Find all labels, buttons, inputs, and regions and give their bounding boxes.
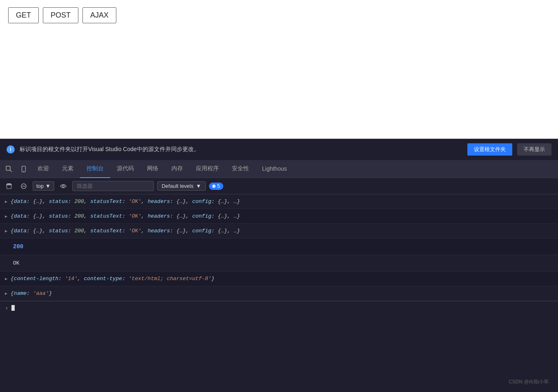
console-row-1[interactable]: ▶ {data: {…}, status: 200, statusText: '… [0, 194, 558, 209]
console-input-row[interactable]: › [0, 301, 558, 314]
console-value-3: {data: {…}, status: 200, statusText: 'OK… [11, 228, 240, 234]
console-value-7: {name: 'aaa'} [11, 290, 52, 296]
frame-selector-label: top [36, 183, 44, 189]
inspect-icon[interactable] [2, 162, 16, 176]
devtools-tabs: 欢迎 元素 控制台 源代码 网络 内存 应用程序 安全性 Lighthous [0, 160, 558, 178]
badge-dot [212, 185, 216, 188]
tab-welcome[interactable]: 欢迎 [31, 160, 56, 178]
filter-input[interactable] [72, 181, 154, 191]
tab-network[interactable]: 网络 [140, 160, 165, 178]
expand-arrow-7[interactable]: ▶ [5, 291, 7, 296]
console-row-6[interactable]: ▶ {content-length: '14', content-type: '… [0, 272, 558, 286]
console-value-2: {data: {…}, status: 200, statusText: 'OK… [11, 213, 240, 219]
post-button[interactable]: POST [43, 7, 78, 23]
console-row-2[interactable]: ▶ {data: {…}, status: 200, statusText: '… [0, 209, 558, 224]
console-row-5[interactable]: OK [0, 255, 558, 272]
devtools-panel: 欢迎 元素 控制台 源代码 网络 内存 应用程序 安全性 Lighthous t… [0, 160, 558, 392]
tab-elements[interactable]: 元素 [56, 160, 80, 178]
tab-console[interactable]: 控制台 [80, 160, 110, 178]
mobile-icon[interactable] [16, 162, 31, 176]
tab-lighthouse[interactable]: Lighthous [256, 160, 293, 178]
expand-arrow-2[interactable]: ▶ [5, 214, 7, 219]
console-toolbar: top ▼ Default levels ▼ 5 [0, 178, 558, 194]
eye-icon[interactable] [58, 180, 69, 192]
watermark: CSDN @向阳小草. [509, 379, 550, 385]
frame-selector-arrow: ▼ [45, 183, 51, 189]
frame-selector[interactable]: top ▼ [33, 181, 54, 191]
console-row-4[interactable]: 200 [0, 238, 558, 255]
tab-memory[interactable]: 内存 [165, 160, 189, 178]
svg-rect-5 [7, 183, 11, 184]
info-icon: i [7, 145, 15, 154]
svg-rect-0 [6, 166, 10, 170]
log-level-arrow: ▼ [196, 183, 201, 189]
expand-arrow-1[interactable]: ▶ [5, 199, 7, 204]
log-level-label: Default levels [162, 183, 193, 189]
expand-arrow-3[interactable]: ▶ [5, 229, 7, 234]
set-root-folder-button[interactable]: 设置根文件夹 [467, 143, 512, 156]
tab-application[interactable]: 应用程序 [189, 160, 225, 178]
svg-point-3 [23, 171, 24, 172]
info-banner: i 标识项目的根文件夹以打开Visual Studio Code中的源文件并同步… [0, 139, 558, 160]
console-output[interactable]: ▶ {data: {…}, status: 200, statusText: '… [0, 194, 558, 392]
message-count-badge: 5 [209, 183, 223, 190]
console-value-1: {data: {…}, status: 200, statusText: 'OK… [11, 198, 240, 205]
console-value-6: {content-length: '14', content-type: 'te… [11, 276, 214, 282]
console-row-7[interactable]: ▶ {name: 'aaa'} [0, 286, 558, 301]
console-value-4: 200 [5, 241, 30, 252]
console-cursor [11, 305, 15, 311]
svg-line-1 [10, 170, 12, 172]
log-level-selector[interactable]: Default levels ▼ [157, 181, 206, 191]
clear-icon[interactable] [18, 180, 29, 192]
get-button[interactable]: GET [8, 7, 39, 23]
dismiss-banner-button[interactable]: 不再显示 [517, 143, 551, 156]
console-value-5: OK [5, 258, 26, 269]
console-row-3[interactable]: ▶ {data: {…}, status: 200, statusText: '… [0, 224, 558, 238]
expand-arrow-6[interactable]: ▶ [5, 276, 7, 281]
badge-count: 5 [217, 183, 220, 189]
top-area: GET POST AJAX [0, 0, 558, 139]
ajax-button[interactable]: AJAX [82, 7, 116, 23]
info-banner-text: 标识项目的根文件夹以打开Visual Studio Code中的源文件并同步更改… [20, 146, 462, 153]
tab-sources[interactable]: 源代码 [110, 160, 140, 178]
console-prompt: › [5, 305, 8, 311]
clear-console-button[interactable] [3, 180, 15, 192]
tab-security[interactable]: 安全性 [225, 160, 256, 178]
svg-point-8 [62, 185, 64, 187]
button-group: GET POST AJAX [8, 7, 550, 23]
